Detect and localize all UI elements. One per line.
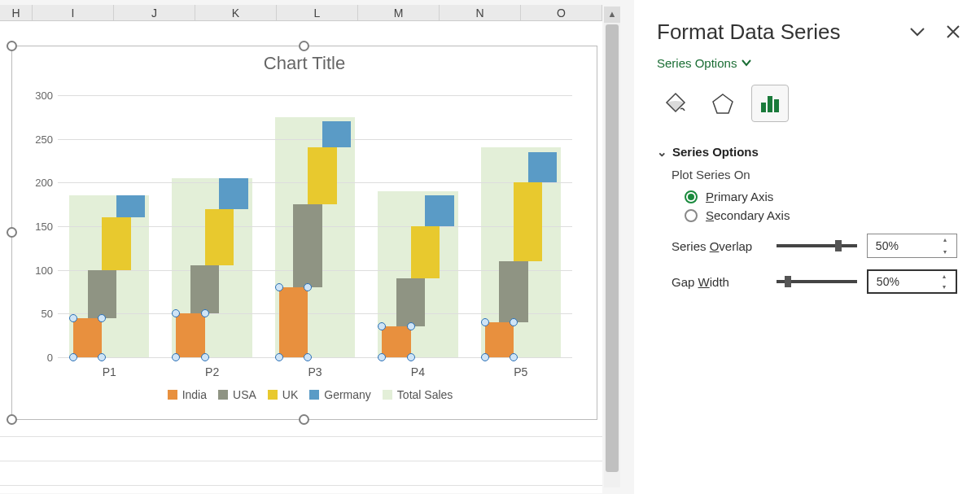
column-header[interactable]: I [33,5,114,20]
bar-usa[interactable] [293,204,322,287]
x-tick-label: P3 [264,365,366,378]
series-options-label: Series Options [657,56,737,70]
bar-india[interactable] [176,313,204,357]
datapoint-handle[interactable] [201,353,209,361]
legend-swatch [168,390,177,400]
datapoint-handle[interactable] [275,283,283,291]
datapoint-handle[interactable] [172,353,180,361]
datapoint-handle[interactable] [69,353,77,361]
datapoint-handle[interactable] [481,353,489,361]
datapoint-handle[interactable] [378,353,386,361]
legend-label[interactable]: UK [282,388,298,401]
datapoint-handle[interactable] [510,318,518,326]
svg-marker-0 [713,94,733,113]
series-overlap-input[interactable]: 50% ▴▾ [867,234,957,258]
bar-germany[interactable] [219,178,247,209]
close-icon[interactable] [944,23,962,41]
bar-uk[interactable] [514,182,542,261]
legend-swatch [218,390,228,400]
resize-handle[interactable] [7,41,17,51]
datapoint-handle[interactable] [481,318,489,326]
chart-legend[interactable]: IndiaUSAUKGermanyTotal Sales [12,388,597,401]
plot-series-on-label: Plot Series On [672,168,957,181]
column-header[interactable]: L [277,5,358,20]
resize-handle[interactable] [299,414,309,425]
bar-uk[interactable] [102,217,130,269]
bar-india[interactable] [279,287,308,357]
datapoint-handle[interactable] [407,353,415,361]
resize-handle[interactable] [7,227,17,238]
scroll-up-button[interactable]: ▲ [604,7,620,23]
bar-india[interactable] [485,322,514,357]
x-tick-label: P5 [470,365,572,378]
bar-india[interactable] [73,318,102,357]
series-options-dropdown[interactable]: Series Options [657,56,957,70]
column-header[interactable]: O [521,5,602,20]
column-header[interactable]: J [114,5,195,20]
datapoint-handle[interactable] [98,353,106,361]
effects-icon[interactable] [704,85,742,122]
y-tick-label: 50 [24,308,53,320]
bar-uk[interactable] [308,147,336,204]
bar-uk[interactable] [205,209,234,266]
fill-line-icon[interactable] [657,85,694,122]
bar-germany[interactable] [528,152,557,183]
plot-area[interactable]: P1P2P3P4P5 050100150200250300 [58,95,572,357]
y-tick-label: 150 [24,221,53,233]
series-overlap-value: 50% [876,239,899,252]
x-tick-label: P1 [58,365,160,378]
datapoint-handle[interactable] [510,353,518,361]
series-options-header[interactable]: Series Options [657,145,957,160]
legend-label[interactable]: USA [233,388,256,401]
series-overlap-label: Series Overlap [672,239,777,253]
spinner-icon[interactable]: ▴▾ [943,236,953,256]
y-tick-label: 0 [24,352,53,364]
legend-swatch [268,390,278,400]
legend-label[interactable]: Germany [324,388,371,401]
scroll-thumb[interactable] [606,24,619,472]
chart-object[interactable]: Chart Title P1P2P3P4P5 05010015020025030… [11,46,597,420]
series-overlap-slider[interactable] [777,244,857,247]
radio-icon [685,209,698,222]
chevron-down-icon [741,56,752,70]
bar-usa[interactable] [396,278,425,326]
gap-width-input[interactable]: 50% ▴▾ [867,269,957,294]
column-header[interactable]: H [0,5,33,20]
series-options-icon[interactable] [751,85,789,122]
primary-axis-radio[interactable]: Primary Axis [685,190,957,203]
legend-label[interactable]: India [182,388,207,401]
gap-width-value: 50% [877,275,899,288]
bar-germany[interactable] [322,121,351,147]
column-headers: HIJKLMNO [0,5,602,21]
bar-usa[interactable] [88,270,116,318]
vertical-scrollbar[interactable]: ▲ [604,7,620,487]
svg-rect-3 [774,99,779,112]
gap-width-label: Gap Width [672,275,777,289]
datapoint-handle[interactable] [275,353,283,361]
legend-swatch [383,390,392,400]
resize-handle[interactable] [7,414,17,425]
format-pane: Format Data Series Series Options Series… [634,0,980,494]
legend-swatch [309,390,319,400]
y-tick-label: 100 [24,264,53,276]
bar-germany[interactable] [425,195,453,226]
column-header[interactable]: M [358,5,440,20]
x-tick-label: P4 [366,365,469,378]
secondary-axis-radio[interactable]: Secondary Axis [685,208,957,222]
column-header[interactable]: N [440,5,521,20]
bar-india[interactable] [382,326,410,357]
datapoint-handle[interactable] [304,353,312,361]
bar-usa[interactable] [190,265,219,313]
legend-label[interactable]: Total Sales [397,388,453,401]
datapoint-handle[interactable] [407,322,415,330]
datapoint-handle[interactable] [69,314,77,322]
gap-width-slider[interactable] [777,280,857,283]
resize-handle[interactable] [299,41,309,51]
svg-rect-1 [761,103,766,112]
bar-germany[interactable] [116,195,145,217]
bar-uk[interactable] [411,226,440,278]
spinner-icon[interactable]: ▴▾ [943,273,952,291]
chevron-down-icon[interactable] [908,23,926,41]
column-header[interactable]: K [195,5,277,20]
bar-usa[interactable] [499,261,527,322]
